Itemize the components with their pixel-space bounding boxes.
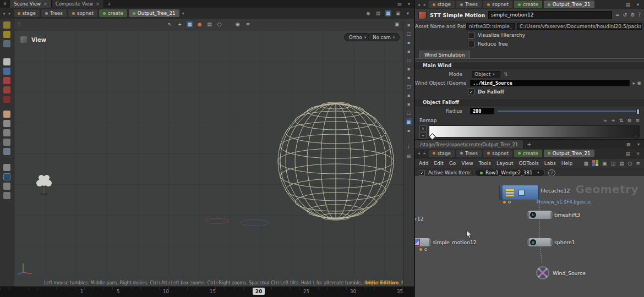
shelf-tool-icon[interactable] [3,31,10,38]
add-key-button[interactable]: + [419,133,427,139]
view-option-icon[interactable]: ▪ [406,92,412,98]
palette-icon[interactable] [592,160,598,166]
view-option-icon[interactable]: ▪ [406,39,412,46]
tab-trees[interactable]: Trees [456,1,482,8]
pin-pane-icon[interactable]: ◉ [365,10,372,16]
close-icon[interactable]: × [43,2,47,7]
search-icon[interactable]: ○ [628,161,632,166]
op-jump-icon[interactable]: ▸ [633,80,636,86]
link-pane-icon[interactable]: ▦ [385,10,391,16]
split-pane-icon[interactable]: ▤ [625,1,631,8]
tab-output-tree-21[interactable]: Output_Tree_21 [544,150,594,157]
tab-trees[interactable]: Trees [41,9,67,17]
path-options-icon[interactable]: ▦ [625,141,632,148]
radius-value-field[interactable]: 200 [470,108,494,114]
active-tool-icon[interactable] [3,173,10,180]
split-pane-icon[interactable]: ▤ [625,150,631,157]
tab-output-tree-21[interactable]: Output_Tree_21 [129,9,179,17]
shelf-tool-icon[interactable] [3,77,10,84]
flags-icon[interactable]: ◫ [611,161,616,166]
menu-add[interactable]: Add [419,161,428,166]
tab-sopnet[interactable]: sopnet [483,150,512,157]
handles-icon[interactable]: + [177,21,183,28]
new-path-tab-button[interactable]: + [523,141,534,147]
mode-dropdown[interactable]: Object ▾ [472,71,500,78]
pane-handle-icon[interactable]: ⠿ [0,0,10,8]
lock-tool-icon[interactable] [3,68,10,75]
shelf-tool-icon[interactable] [3,164,10,171]
tab-scroll-left-icon[interactable]: ◂ [2,11,6,16]
display-options-icon[interactable]: ▤ [206,21,213,28]
tab-scroll-right-icon[interactable]: ▸ [423,2,427,7]
shading-mode-icon[interactable]: ◉ [234,21,241,28]
ortho-mode-button[interactable]: Ortho ▾ [344,33,371,41]
menu-view[interactable]: View [461,161,473,166]
active-view-option-icon[interactable]: ▦ [406,118,412,125]
tab-scroll-right-icon[interactable]: ▸ [8,11,12,16]
help-icon[interactable]: ? [638,12,641,18]
visualizers-icon[interactable]: ≡ [245,21,252,28]
shelf-tool-icon[interactable] [3,192,10,199]
slider-handle[interactable] [636,109,640,114]
visualize-hierarchy-checkbox[interactable] [468,32,474,38]
expand-viewport-icon[interactable]: ▣ [394,21,400,28]
split-horizontal-icon[interactable]: ▤ [375,10,381,16]
ramp-key-handle[interactable] [429,133,436,140]
tab-scroll-left-icon[interactable]: ◂ [417,151,421,156]
snap-icon[interactable]: ▦ [584,161,589,166]
shelf-tool-icon[interactable] [3,139,10,146]
playbar-timeline[interactable]: 1 5 10 15 25 30 35 20 [0,287,414,297]
tab-trees[interactable]: Trees [456,150,482,157]
node-wind-source[interactable] [534,264,552,282]
work-item-info-icon[interactable]: i [548,169,555,177]
overview-icon[interactable]: ▤ [619,161,624,166]
param-sliders-icon[interactable]: ≡ [615,12,620,18]
node-flag[interactable] [429,239,431,245]
shelf-tool-icon[interactable] [3,129,10,136]
tab-sopnet[interactable]: sopnet [68,9,97,17]
tab-create[interactable]: create [514,1,542,8]
current-frame-indicator[interactable]: 20 [253,288,265,295]
ramp-presets-icon[interactable]: ≡ [635,118,640,123]
menu-odtools[interactable]: ODTools [519,161,539,166]
select-tool-icon[interactable] [3,58,10,65]
tab-composite-view[interactable]: Composite View × [52,0,104,8]
view-option-icon[interactable]: ▤ [406,152,412,159]
menu-help[interactable]: Help [561,161,573,166]
character-tool-icon[interactable] [3,111,10,118]
menu-labs[interactable]: Labs [544,161,556,166]
pane-layout-icon[interactable]: ▤ [396,1,403,7]
gear-icon[interactable]: ⚙ [627,118,631,123]
view-option-icon[interactable]: ▪ [406,21,412,28]
tab-stage[interactable]: stage [429,150,455,157]
tab-list-dropdown-icon[interactable]: ▾ [181,11,185,16]
new-tab-button[interactable]: + [104,0,114,8]
work-item-checkbox[interactable]: ✓ [419,170,425,176]
menu-tools[interactable]: Tools [479,161,491,166]
revert-icon[interactable]: ↺ [623,12,627,18]
layout-nodes-icon[interactable]: ▣ [602,161,607,166]
ramp-curve-icon[interactable]: ≈ [603,118,608,123]
tab-create[interactable]: create [99,9,127,17]
node-timeshift3[interactable]: ↻ [527,210,553,219]
view-option-icon[interactable]: ▪ [406,48,412,54]
gear-icon[interactable]: ⚙ [630,12,635,18]
node-flag[interactable] [550,212,553,218]
node-flag[interactable] [527,239,530,245]
node-name-input[interactable] [488,11,612,19]
view-option-icon[interactable]: □ [406,83,412,90]
close-icon[interactable]: × [96,2,100,7]
node-sphere1[interactable]: ⊕ [527,238,553,247]
tab-create[interactable]: create [514,150,542,157]
wind-object-field[interactable]: ../Wind_Source [470,80,630,86]
info-icon[interactable]: i [406,144,412,150]
shelf-tool-icon[interactable] [3,86,10,94]
main-wind-section-header[interactable]: Main Wind [415,61,644,69]
pane-menu-icon[interactable]: ▾ [406,1,412,7]
view-option-icon[interactable]: ▪ [406,127,412,134]
menu-go[interactable]: Go [449,161,456,166]
snapping-icon[interactable]: ○ [216,21,223,28]
node-flag[interactable] [527,212,530,218]
path-menu-icon[interactable]: ▾ [635,141,642,148]
work-item-dropdown[interactable]: Row1_Wedge2_381 ▾ [474,169,545,177]
